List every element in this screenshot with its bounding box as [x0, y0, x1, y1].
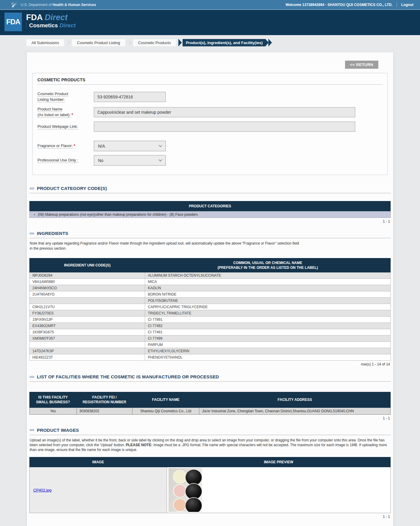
fragrance-select[interactable]: N/A	[94, 141, 166, 151]
ingredient-unii-code: V8A1AW0880	[30, 279, 145, 285]
logout-link[interactable]: Logout	[401, 3, 413, 7]
breadcrumb-item[interactable]: Cosmetic Products	[133, 39, 176, 46]
collapse-icon[interactable]	[30, 429, 34, 431]
section-title-categories: PRODUCT CATEGORY CODE(S)	[37, 186, 107, 191]
powder-pan	[173, 470, 187, 484]
breadcrumb: All Submissions Cosmetic Product Listing…	[26, 39, 420, 47]
category-value: (08) Makeup preparations (not eye)(other…	[38, 212, 198, 217]
bullet-icon: •	[34, 213, 35, 216]
government-topbar: U.S. Department of Health & Human Servic…	[0, 0, 420, 10]
section-title-ingredients: INGREDIENTS	[37, 231, 68, 236]
image-file-link[interactable]: CP402.jpg	[33, 488, 52, 492]
fragrance-label: Fragrance or Flavor:*	[37, 143, 94, 149]
powder-pan	[173, 484, 187, 498]
product-categories-table: PRODUCT CATEGORIES •(08) Makeup preparat…	[29, 201, 391, 218]
fei-column-header: FACILITY FEI /REGISTRATION NUMBER	[76, 392, 133, 407]
image-row: CP402.jpg	[30, 467, 391, 513]
category-row: •(08) Makeup preparations (not eye)(othe…	[30, 211, 391, 218]
panel-title: COSMETIC PRODUCTS	[37, 77, 383, 82]
ingredient-name: ETHYLHEXYLGLYCERIN	[145, 348, 391, 354]
breadcrumb-item[interactable]: Cosmetic Product Listing	[72, 39, 125, 46]
product-images-note: Upload an image(s) of the label, whether…	[30, 438, 390, 452]
ingredient-row: 15FIX9V2JP CI 77891	[30, 317, 391, 323]
collapse-icon[interactable]	[30, 188, 34, 189]
section-title-facilities: LIST OF FACILITIES WHERE THE COSMETIC IS…	[37, 374, 219, 379]
image-preview-column-header: IMAGE PREVIEW	[167, 457, 390, 467]
fda-logo: FDA	[4, 13, 22, 31]
ingredient-name: BORON NITRIDE	[145, 291, 391, 298]
product-name-label: Product Name (As listed on label):*	[37, 107, 94, 118]
welcome-text: Welcome 13728942894 - SHANTOU QIJI COSME…	[286, 3, 393, 7]
image-column-header: IMAGE	[30, 457, 167, 467]
categories-column-header: PRODUCT CATEGORIES	[30, 201, 391, 211]
professional-use-label: Professional Use Only :	[37, 158, 94, 163]
facility-row: Yes 3030838202 Shantou Qiji Cosmetics Co…	[30, 407, 391, 414]
ingredient-name: CI 77491	[145, 329, 391, 335]
facilities-table: IS THIS FACILITYSMALL BUSINESS? FACILITY…	[29, 392, 391, 414]
facilities-pagination: 1 - 1	[30, 416, 390, 420]
required-asterisk: *	[72, 113, 73, 117]
ingredient-row: XM0M87F357 CI 77499	[30, 335, 391, 342]
ingredient-unii-code: XM0M87F357	[30, 335, 145, 342]
ingredient-row: 24H4NWX5CO KAOLIN	[30, 285, 391, 291]
product-image-preview	[168, 468, 202, 512]
ingredients-table: INGREDIENT UNII CODE(S) COMMON, USUAL OR…	[29, 258, 391, 361]
facility-small-business: Yes	[30, 407, 77, 414]
chemical-name-column-header: COMMON, USUAL OR CHEMICAL NAME (PREFERAB…	[145, 258, 391, 272]
powder-pan	[173, 498, 187, 512]
ingredient-unii-code	[30, 298, 145, 304]
unii-code-column-header: INGREDIENT UNII CODE(S)	[30, 258, 145, 272]
return-button[interactable]: << RETURN	[345, 61, 378, 69]
ingredient-name: TRIDECYL TRIMELLITATE	[145, 310, 391, 317]
webpage-link-field[interactable]	[94, 122, 355, 132]
cosmetic-products-panel: COSMETIC PRODUCTS Cosmetic Product Listi…	[32, 73, 388, 175]
main-content-card: << RETURN COSMETIC PRODUCTS Cosmetic Pro…	[26, 52, 394, 526]
facility-fei-number: 3030838202	[76, 407, 133, 414]
collapse-icon[interactable]	[30, 376, 34, 378]
breadcrumb-item[interactable]: All Submissions	[26, 39, 64, 46]
app-subtitle: Cosmetics Direct	[26, 22, 76, 29]
breadcrumb-arrow-icon	[268, 39, 272, 47]
collapse-icon[interactable]	[30, 233, 34, 234]
ingredient-row: FY36J270ES TRIDECYL TRIMELLITATE	[30, 310, 391, 317]
facility-name: Shantou Qiji Cosmetics Co., Ltd	[133, 407, 199, 414]
ingredient-unii-code: 147D247K3P	[30, 348, 145, 354]
ingredient-row: 1K09F3G675 CI 77491	[30, 329, 391, 335]
ingredients-note: Note that any update regarding Fragrance…	[30, 241, 390, 251]
compact-lid	[186, 470, 202, 485]
ingredient-unii-code: I9PJ0O6294	[30, 272, 145, 279]
topbar-divider	[397, 2, 397, 7]
chevron-down-icon	[159, 158, 162, 161]
product-name-field[interactable]	[94, 107, 355, 117]
ingredient-name: ALUMINUM STARCH OCTENYLSUCCINATE	[145, 272, 391, 279]
divider	[29, 193, 391, 193]
hhs-eagle-icon	[11, 2, 18, 8]
webpage-link-label: Product Webpage Link:	[37, 124, 94, 130]
listing-number-label: Cosmetic Product Listing Number:	[37, 91, 94, 103]
ingredient-unii-code: 24H4NWX5CO	[30, 285, 145, 291]
ingredient-row: POLYISOBUTENE	[30, 298, 391, 304]
facility-name-column-header: FACILITY NAME	[133, 392, 199, 407]
ingredient-row: PARFUM	[30, 342, 391, 348]
facility-address: Jia'er Industrial Zone, Chengtian Town, …	[199, 407, 390, 414]
divider	[37, 84, 383, 85]
listing-number-field[interactable]	[94, 92, 166, 102]
divider	[29, 435, 391, 435]
product-images-table: IMAGE IMAGE PREVIEW CP402.jpg	[29, 457, 391, 513]
ingredient-unii-code	[30, 342, 145, 348]
ingredients-pagination: row(s) 1 - 14 of 14	[30, 362, 390, 366]
ingredient-name: CI 77499	[145, 335, 391, 342]
breadcrumb-active-item: Product(s), Ingredient(s), and Facility(…	[183, 39, 269, 47]
app-title: FDA Direct	[26, 13, 76, 22]
ingredient-row: EX438O2MRT CI 77492	[30, 323, 391, 329]
professional-use-select[interactable]: No	[94, 155, 166, 166]
images-pagination: 1 - 1	[30, 515, 390, 519]
divider	[29, 238, 391, 238]
ingredient-name: CAPRYLIC/CAPRIC TRIGLYCERIDE	[145, 304, 391, 310]
ingredient-row: HIE492ZZ3T PHENOXYETHANOL	[30, 354, 391, 361]
ingredient-name: PHENOXYETHANOL	[145, 354, 391, 361]
ingredient-row: V8A1AW0880 MICA	[30, 279, 391, 285]
ingredient-row: 2U4T60A6YD BORON NITRIDE	[30, 291, 391, 298]
ingredient-unii-code: C9H2L21V7U	[30, 304, 145, 310]
ingredient-name: CI 77891	[145, 317, 391, 323]
